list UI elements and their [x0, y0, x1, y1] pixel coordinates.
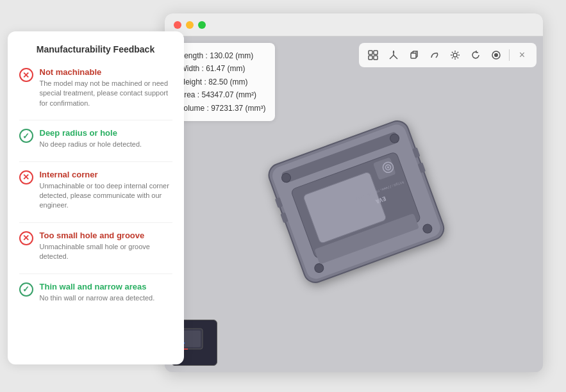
divider: [19, 274, 172, 274]
feedback-desc-internal-corner: Unmachinable or too deep internal corner…: [40, 181, 172, 211]
feedback-status-icon-not-machinable: ✕: [19, 68, 33, 82]
feedback-title-deep-radius: Deep radius or hole: [40, 128, 142, 138]
feedback-content-internal-corner: Internal corner Unmachinable or too deep…: [40, 170, 172, 211]
feedback-desc-deep-radius: No deep radius or hole detected.: [40, 140, 142, 149]
divider: [19, 120, 172, 120]
feedback-content-deep-radius: Deep radius or hole No deep radius or ho…: [40, 128, 142, 149]
divider: [19, 222, 172, 223]
feedback-desc-thin-wall: No thin wall or narrow area detected.: [40, 293, 155, 303]
feedback-status-icon-small-hole: ✕: [19, 231, 33, 245]
feedback-desc-small-hole: Unmachinable small hole or groove detect…: [40, 242, 172, 262]
mac-window: Length : 130.02 (mm) Width : 61.47 (mm) …: [165, 13, 543, 372]
feedback-item-deep-radius: ✓ Deep radius or hole No deep radius or …: [19, 128, 172, 149]
feedback-list: ✕ Not machinable The model may not be ma…: [19, 67, 172, 303]
main-container: Manufacturability Feedback ✕ Not machina…: [8, 13, 559, 379]
feedback-item-small-hole: ✕ Too small hole and groove Unmachinable…: [19, 231, 172, 262]
divider: [19, 161, 172, 162]
feedback-content-small-hole: Too small hole and groove Unmachinable s…: [40, 231, 172, 262]
panel-title: Manufacturability Feedback: [19, 44, 172, 54]
feedback-desc-not-machinable: The model may not be machined or need sp…: [40, 79, 172, 108]
feedback-status-icon-thin-wall: ✓: [19, 282, 33, 297]
mac-content: Length : 130.02 (mm) Width : 61.47 (mm) …: [165, 37, 543, 372]
mac-titlebar: [165, 13, 543, 37]
feedback-panel: Manufacturability Feedback ✕ Not machina…: [8, 31, 184, 364]
feedback-title-internal-corner: Internal corner: [40, 170, 172, 179]
feedback-title-small-hole: Too small hole and groove: [40, 231, 172, 240]
traffic-lights: [174, 21, 206, 29]
feedback-title-thin-wall: Thin wall and narrow areas: [40, 282, 155, 291]
feedback-content-thin-wall: Thin wall and narrow areas No thin wall …: [40, 282, 155, 303]
feedback-item-thin-wall: ✓ Thin wall and narrow areas No thin wal…: [19, 282, 172, 303]
feedback-status-icon-internal-corner: ✕: [19, 170, 33, 184]
model-area: EVA https://www.rapdrack.com: [165, 37, 543, 372]
3d-model: EVA https://www.rapdrack.com: [238, 108, 469, 300]
feedback-status-icon-deep-radius: ✓: [19, 129, 33, 143]
feedback-title-not-machinable: Not machinable: [40, 67, 172, 77]
feedback-item-internal-corner: ✕ Internal corner Unmachinable or too de…: [19, 170, 172, 211]
maximize-button[interactable]: [198, 21, 206, 29]
close-button[interactable]: [174, 21, 181, 29]
feedback-item-not-machinable: ✕ Not machinable The model may not be ma…: [19, 67, 172, 108]
feedback-content-not-machinable: Not machinable The model may not be mach…: [40, 67, 172, 108]
minimize-button[interactable]: [186, 21, 194, 29]
